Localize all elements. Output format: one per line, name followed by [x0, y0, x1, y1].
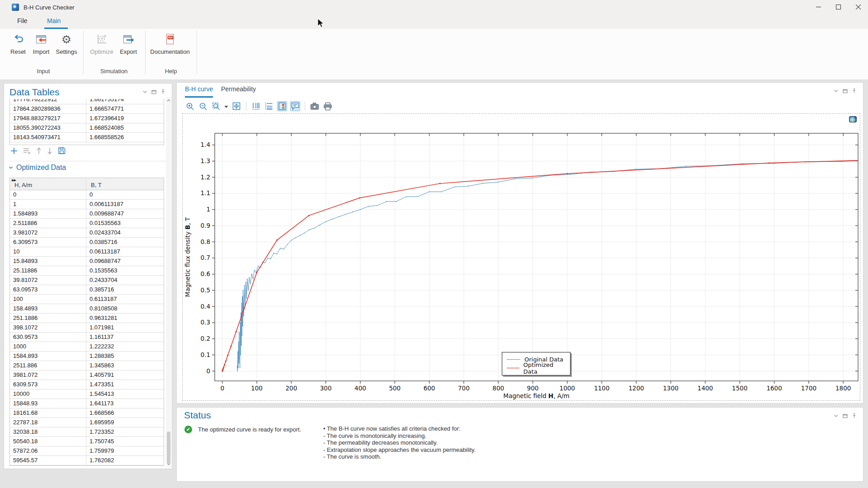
table-cell[interactable]: 39.81072 [10, 276, 86, 285]
plot-group-icon[interactable] [849, 116, 857, 122]
documentation-button[interactable]: PDF Documentation [149, 32, 191, 61]
zoom-dropdown-caret-icon[interactable] [224, 103, 228, 110]
table-cell[interactable]: 1.288385 [86, 352, 164, 361]
column-header-h[interactable]: H, A/m [10, 178, 86, 190]
tab-permeability[interactable]: Permeability [221, 85, 256, 96]
move-up-icon[interactable] [36, 147, 42, 155]
close-button[interactable] [848, 0, 868, 14]
table-row[interactable]: 17776.762229121.661755174 [10, 99, 164, 104]
table-cell[interactable]: 1.668566 [86, 408, 164, 418]
table-cell[interactable]: 1.071981 [86, 323, 164, 332]
table-row[interactable]: 18055.3902722431.668524085 [10, 123, 164, 133]
table-cell[interactable]: 398.1072 [10, 323, 86, 332]
scroll-up-icon[interactable] [166, 98, 171, 103]
table-cell[interactable]: 1.668558526 [86, 133, 164, 142]
table-row[interactable]: 398.10721.071981 [10, 323, 164, 333]
table-row[interactable]: 2.5118860.01535563 [10, 219, 164, 228]
table-cell[interactable]: 18161.68 [10, 408, 86, 418]
scrollbar-thumb[interactable] [167, 432, 170, 464]
menu-main[interactable]: Main [47, 17, 61, 24]
table-cell[interactable]: 0 [86, 190, 164, 199]
table-cell[interactable]: 0.385716 [86, 285, 164, 294]
legend-toggle-icon[interactable] [277, 101, 287, 111]
input-data-table[interactable]: 17776.762229121.66175517417864.280289836… [9, 99, 164, 145]
table-row[interactable]: 17864.2802898361.666574771 [10, 104, 164, 114]
settings-button[interactable]: ⚙ Settings [52, 32, 81, 61]
table-row[interactable]: 10.006113187 [10, 200, 164, 209]
table-row[interactable]: 3981.0721.405791 [10, 371, 164, 380]
tooltip-toggle-icon[interactable] [290, 101, 300, 111]
panel-float-icon[interactable] [151, 89, 156, 96]
table-cell[interactable]: 2.511886 [10, 219, 86, 228]
save-table-icon[interactable] [58, 147, 66, 155]
table-cell[interactable]: 18143.540973471 [10, 133, 86, 142]
table-cell[interactable]: 0.06113187 [86, 247, 164, 256]
table-cell[interactable]: 22787.18 [10, 418, 86, 427]
panel-collapse-chevron-icon[interactable] [834, 413, 839, 420]
table-row[interactable]: 17948.8832792171.672396419 [10, 114, 164, 123]
table-cell[interactable]: 1.672396419 [86, 114, 164, 123]
legend[interactable]: Original Data Optimized Data [502, 352, 571, 375]
table-cell[interactable]: 25.11886 [10, 266, 86, 275]
zoom-out-icon[interactable] [198, 101, 208, 111]
table-cell[interactable]: 17948.883279217 [10, 114, 86, 123]
table-cell[interactable]: 17776.76222912 [10, 99, 86, 104]
table-row[interactable]: 15848.931.641173 [10, 399, 164, 408]
table-row[interactable]: 32038.181.723352 [10, 427, 164, 437]
table-cell[interactable]: 1 [10, 200, 86, 209]
table-cell[interactable]: 17864.280289836 [10, 104, 86, 113]
add-row-icon[interactable] [10, 147, 18, 155]
table-cell[interactable]: 0.006113187 [86, 200, 164, 209]
table-cell[interactable]: 15848.93 [10, 399, 86, 408]
table-cell[interactable]: 0.9631281 [86, 314, 164, 323]
table-cell[interactable]: 0.01535563 [86, 219, 164, 228]
table-cell[interactable]: 63.09573 [10, 285, 86, 294]
maximize-button[interactable] [828, 0, 848, 14]
table-cell[interactable]: 0.09688747 [86, 257, 164, 266]
table-cell[interactable]: 10 [10, 247, 86, 256]
table-cell[interactable]: 1.759979 [86, 446, 164, 455]
table-cell[interactable]: 1000 [10, 342, 86, 351]
table-cell[interactable]: 0.0385716 [86, 238, 164, 247]
table-row[interactable]: 10001.222232 [10, 342, 164, 352]
optimized-data-table[interactable]: ▶▶ H, A/m B, T 0010.0061131871.5848930.0… [9, 178, 164, 466]
table-cell[interactable]: 0.8108508 [86, 304, 164, 313]
panel-pin-icon[interactable] [852, 88, 857, 95]
zoom-box-icon[interactable] [211, 101, 221, 111]
table-cell[interactable]: 0 [10, 190, 86, 199]
menu-file[interactable]: File [17, 17, 28, 24]
table-row[interactable]: 1584.8931.288385 [10, 352, 164, 361]
table-cell[interactable]: 1.584893 [10, 209, 86, 218]
table-cell[interactable]: 1.545413 [86, 389, 164, 399]
table-row[interactable]: 18143.5409734711.668558526 [10, 133, 164, 142]
table-cell[interactable]: 1.345863 [86, 361, 164, 370]
table-cell[interactable]: 0.02433704 [86, 228, 164, 237]
table-row[interactable]: 6309.5731.473351 [10, 380, 164, 389]
table-cell[interactable]: 18055.390272243 [10, 123, 86, 132]
table-cell[interactable]: 59545.57 [10, 456, 86, 465]
delete-rows-icon[interactable] [23, 147, 31, 155]
table-cell[interactable]: 158.4893 [10, 304, 86, 313]
table-cell[interactable]: 1.750745 [86, 437, 164, 446]
tab-bh-curve[interactable]: B-H curve [185, 85, 213, 98]
snapshot-camera-icon[interactable] [310, 101, 320, 111]
table-cell[interactable]: 3.981072 [10, 228, 86, 237]
table-row[interactable]: 25.118860.1535563 [10, 266, 164, 276]
table-cell[interactable]: 1.762082 [86, 456, 164, 465]
panel-collapse-chevron-icon[interactable] [834, 88, 839, 95]
y-log-axis-icon[interactable] [264, 101, 274, 111]
table-row[interactable]: 63.095730.385716 [10, 285, 164, 295]
panel-collapse-chevron-icon[interactable] [142, 89, 147, 96]
plot-canvas[interactable]: 0100200300400500600700800900100011001200… [182, 113, 860, 401]
table-row[interactable]: 57872.061.759979 [10, 446, 164, 456]
table-row[interactable]: 1.5848930.009688747 [10, 209, 164, 219]
table-row[interactable]: 50540.181.750745 [10, 437, 164, 446]
table-cell[interactable]: 3981.072 [10, 371, 86, 380]
move-down-icon[interactable] [47, 147, 52, 155]
left-panel-scrollbar[interactable] [166, 97, 171, 467]
zoom-extents-icon[interactable] [231, 101, 241, 111]
table-cell[interactable]: 15.84893 [10, 257, 86, 266]
table-cell[interactable]: 1.695959 [86, 418, 164, 427]
panel-float-icon[interactable] [843, 88, 848, 95]
table-cell[interactable]: 32038.18 [10, 427, 86, 436]
